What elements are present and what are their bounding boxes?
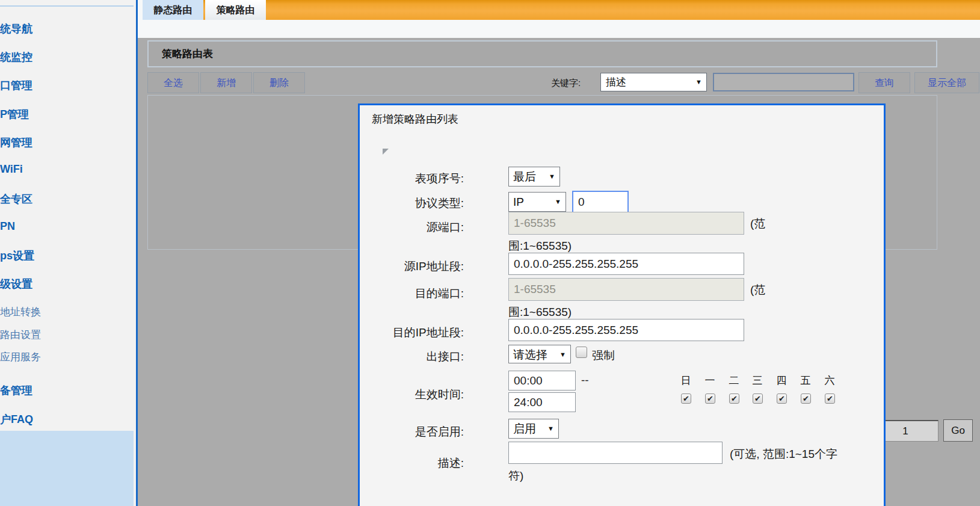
sidebar-item-port-mgmt[interactable]: 口管理: [0, 78, 134, 93]
go-button[interactable]: Go: [943, 419, 973, 442]
src-ip-label: 源IP地址段:: [360, 259, 464, 274]
day-label-sun: 日: [674, 374, 698, 387]
sidebar-item-qos[interactable]: ps设置: [0, 248, 134, 263]
protocol-number-input[interactable]: [572, 191, 629, 213]
check-icon: ✔: [801, 394, 810, 403]
show-all-button[interactable]: 显示全部: [914, 72, 979, 93]
chevron-down-icon: ▼: [547, 419, 554, 438]
description-note-wrap: 符): [508, 468, 523, 484]
day-label-mon: 一: [698, 374, 722, 387]
panel-title: 策略路由表: [147, 40, 937, 67]
time-label: 生效时间:: [360, 387, 464, 403]
sidebar-highlight-block: [0, 431, 134, 506]
day-label-tue: 二: [722, 374, 746, 387]
sidebar-item-app-service[interactable]: 应用服务: [0, 350, 134, 364]
src-port-note-wrap: 围:1~65535): [508, 238, 572, 254]
day-checkbox-tue[interactable]: ✔: [729, 393, 739, 404]
add-policy-route-dialog: 新增策略路由列表 表项序号: 最后 ▼ 协议类型: IP ▼ 源端口: (范 围…: [358, 103, 886, 506]
content-top-strip: [138, 20, 980, 38]
chevron-down-icon: ▼: [695, 73, 702, 91]
sidebar-item-system-monitor[interactable]: 统监控: [0, 50, 134, 64]
delete-button[interactable]: 删除: [253, 72, 305, 93]
description-input[interactable]: [508, 442, 723, 464]
sidebar-item-user-faq[interactable]: 户FAQ: [0, 412, 134, 427]
dst-ip-label: 目的IP地址段:: [360, 325, 464, 341]
dst-ip-input[interactable]: [508, 319, 744, 341]
sidebar-item-ip-mgmt[interactable]: P管理: [0, 107, 134, 122]
sidebar-item-device-mgmt[interactable]: 备管理: [0, 383, 134, 398]
keyword-label: 关键字:: [551, 72, 581, 93]
screen: 统导航 统监控 口管理 P管理 网管理 WiFi 全专区 PN ps设置 级设置…: [0, 0, 980, 506]
day-checkbox-thu[interactable]: ✔: [777, 393, 787, 404]
search-input[interactable]: [713, 73, 854, 91]
time-separator: --: [581, 374, 589, 387]
chevron-down-icon: ▼: [555, 193, 561, 211]
resize-handle-icon: [383, 149, 389, 155]
out-iface-value: 请选择: [513, 348, 547, 361]
day-checkbox-sat[interactable]: ✔: [825, 393, 835, 404]
sidebar-item-advanced[interactable]: 级设置: [0, 277, 134, 291]
sidebar-item-wifi[interactable]: WiFi: [0, 163, 134, 176]
enabled-value: 启用: [513, 422, 536, 435]
tab-gap: [138, 0, 143, 20]
time-end-input[interactable]: [508, 392, 576, 412]
entry-index-label: 表项序号:: [360, 171, 464, 187]
day-label-sat: 六: [818, 374, 842, 387]
chevron-down-icon: ▼: [549, 167, 555, 186]
sidebar-divider: [0, 5, 134, 7]
keyword-select-value: 描述: [606, 76, 626, 88]
dst-port-note-wrap: 围:1~65535): [508, 304, 572, 320]
day-label-wed: 三: [745, 374, 769, 387]
entry-index-value: 最后: [513, 170, 536, 183]
day-checkbox-sun[interactable]: ✔: [681, 393, 691, 404]
out-iface-select[interactable]: 请选择 ▼: [508, 345, 571, 363]
tab-static-route[interactable]: 静态路由: [143, 0, 203, 20]
tab-policy-route[interactable]: 策略路由: [205, 0, 266, 20]
protocol-select[interactable]: IP ▼: [508, 192, 566, 212]
sidebar-item-net-mgmt[interactable]: 网管理: [0, 135, 134, 150]
dst-port-input[interactable]: [508, 278, 744, 301]
src-port-label: 源端口:: [360, 220, 464, 235]
check-icon: ✔: [706, 394, 715, 403]
keyword-select[interactable]: 描述 ▼: [600, 73, 707, 91]
day-label-thu: 四: [769, 374, 794, 387]
protocol-label: 协议类型:: [360, 196, 464, 211]
out-iface-label: 出接口:: [360, 349, 464, 365]
src-port-input[interactable]: [508, 212, 744, 235]
sidebar-item-system-nav[interactable]: 统导航: [0, 22, 134, 36]
day-checkbox-fri[interactable]: ✔: [801, 393, 811, 404]
select-all-button[interactable]: 全选: [147, 72, 199, 93]
sidebar: 统导航 统监控 口管理 P管理 网管理 WiFi 全专区 PN ps设置 级设置…: [0, 0, 138, 506]
check-icon: ✔: [682, 394, 691, 403]
dst-port-note-right: (范: [750, 282, 765, 298]
dialog-title: 新增策略路由列表: [372, 112, 458, 126]
force-checkbox[interactable]: [576, 347, 587, 358]
check-icon: ✔: [825, 394, 834, 403]
day-checkbox-mon[interactable]: ✔: [705, 393, 715, 404]
dst-port-label: 目的端口:: [360, 286, 464, 301]
entry-index-select[interactable]: 最后 ▼: [508, 167, 560, 187]
sidebar-item-nat[interactable]: 地址转换: [0, 305, 134, 319]
query-button[interactable]: 查询: [858, 72, 910, 93]
day-checkbox-wed[interactable]: ✔: [753, 393, 763, 404]
add-button[interactable]: 新增: [200, 72, 252, 93]
description-label: 描述:: [360, 455, 464, 471]
src-port-note-right: (范: [750, 216, 765, 232]
check-icon: ✔: [777, 394, 786, 403]
time-start-input[interactable]: [508, 371, 576, 390]
force-label: 强制: [592, 348, 615, 363]
check-icon: ✔: [753, 394, 762, 403]
src-ip-input[interactable]: [508, 253, 744, 275]
sidebar-item-route-settings[interactable]: 路由设置: [0, 328, 134, 342]
enabled-label: 是否启用:: [360, 424, 464, 440]
protocol-value: IP: [513, 196, 524, 208]
sidebar-item-vpn[interactable]: PN: [0, 220, 134, 233]
check-icon: ✔: [730, 394, 739, 403]
enabled-select[interactable]: 启用 ▼: [508, 419, 559, 439]
description-note-right: (可选, 范围:1~15个字: [730, 446, 837, 462]
day-label-fri: 五: [794, 374, 818, 387]
chevron-down-icon: ▼: [559, 345, 566, 364]
sidebar-item-security-zone[interactable]: 全专区: [0, 192, 134, 206]
